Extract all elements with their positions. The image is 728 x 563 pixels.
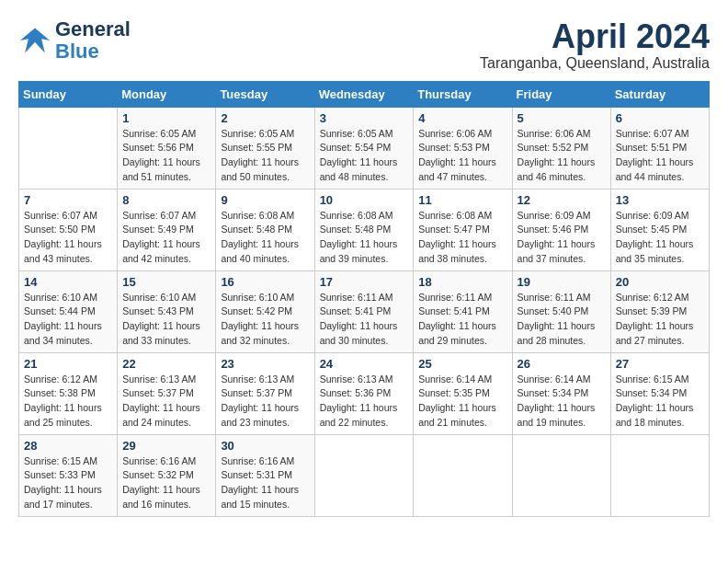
header-cell-saturday: Saturday [610,81,709,107]
calendar-header-row: SundayMondayTuesdayWednesdayThursdayFrid… [19,81,710,107]
day-info: Sunrise: 6:10 AM Sunset: 5:42 PM Dayligh… [221,291,309,349]
day-number: 16 [221,275,309,289]
day-info: Sunrise: 6:07 AM Sunset: 5:49 PM Dayligh… [122,209,210,267]
day-number: 20 [616,275,704,289]
day-info: Sunrise: 6:10 AM Sunset: 5:44 PM Dayligh… [24,291,112,349]
day-number: 10 [320,193,409,207]
day-info: Sunrise: 6:13 AM Sunset: 5:36 PM Dayligh… [320,373,409,431]
calendar-cell: 21Sunrise: 6:12 AM Sunset: 5:38 PM Dayli… [19,352,118,434]
day-info: Sunrise: 6:15 AM Sunset: 5:34 PM Dayligh… [616,373,704,431]
logo-blue: Blue [55,40,99,63]
day-info: Sunrise: 6:10 AM Sunset: 5:43 PM Dayligh… [122,291,210,349]
header: General Blue April 2024 Taranganba, Quee… [18,18,710,72]
calendar-cell: 22Sunrise: 6:13 AM Sunset: 5:37 PM Dayli… [118,352,216,434]
calendar-cell: 15Sunrise: 6:10 AM Sunset: 5:43 PM Dayli… [118,270,216,352]
day-number: 22 [122,357,210,371]
day-info: Sunrise: 6:12 AM Sunset: 5:39 PM Dayligh… [616,291,704,349]
day-info: Sunrise: 6:05 AM Sunset: 5:56 PM Dayligh… [122,127,210,185]
day-number: 11 [418,193,506,207]
day-number: 12 [518,193,606,207]
calendar-body: 1Sunrise: 6:05 AM Sunset: 5:56 PM Daylig… [19,107,710,516]
day-number: 29 [122,439,210,453]
calendar-cell: 29Sunrise: 6:16 AM Sunset: 5:32 PM Dayli… [118,434,216,516]
day-number: 14 [24,275,112,289]
calendar-week-5: 28Sunrise: 6:15 AM Sunset: 5:33 PM Dayli… [19,434,710,516]
calendar-cell: 7Sunrise: 6:07 AM Sunset: 5:50 PM Daylig… [19,189,118,270]
calendar-cell [314,434,414,516]
calendar-week-1: 1Sunrise: 6:05 AM Sunset: 5:56 PM Daylig… [19,107,710,189]
calendar-cell: 1Sunrise: 6:05 AM Sunset: 5:56 PM Daylig… [118,107,216,189]
day-info: Sunrise: 6:08 AM Sunset: 5:48 PM Dayligh… [320,209,409,267]
day-number: 1 [122,111,210,125]
header-cell-thursday: Thursday [414,81,512,107]
day-info: Sunrise: 6:11 AM Sunset: 5:41 PM Dayligh… [320,291,409,349]
day-number: 5 [518,111,606,125]
day-info: Sunrise: 6:11 AM Sunset: 5:40 PM Dayligh… [518,291,606,349]
day-number: 26 [518,357,606,371]
day-number: 9 [221,193,309,207]
day-number: 30 [221,439,309,453]
day-info: Sunrise: 6:14 AM Sunset: 5:34 PM Dayligh… [518,373,606,431]
day-info: Sunrise: 6:09 AM Sunset: 5:46 PM Dayligh… [518,209,606,267]
day-info: Sunrise: 6:05 AM Sunset: 5:55 PM Dayligh… [221,127,309,185]
day-info: Sunrise: 6:15 AM Sunset: 5:33 PM Dayligh… [24,454,112,512]
calendar-cell: 9Sunrise: 6:08 AM Sunset: 5:48 PM Daylig… [216,189,314,270]
calendar-cell: 18Sunrise: 6:11 AM Sunset: 5:41 PM Dayli… [414,270,512,352]
calendar-cell: 13Sunrise: 6:09 AM Sunset: 5:45 PM Dayli… [610,189,709,270]
day-info: Sunrise: 6:06 AM Sunset: 5:52 PM Dayligh… [518,127,606,185]
day-info: Sunrise: 6:07 AM Sunset: 5:50 PM Dayligh… [24,209,112,267]
calendar-cell: 12Sunrise: 6:09 AM Sunset: 5:46 PM Dayli… [512,189,610,270]
day-number: 18 [418,275,506,289]
day-number: 17 [320,275,409,289]
logo-bird-icon [18,24,51,57]
day-number: 15 [122,275,210,289]
day-info: Sunrise: 6:12 AM Sunset: 5:38 PM Dayligh… [24,373,112,431]
day-info: Sunrise: 6:16 AM Sunset: 5:32 PM Dayligh… [122,454,210,512]
calendar-cell: 16Sunrise: 6:10 AM Sunset: 5:42 PM Dayli… [216,270,314,352]
day-info: Sunrise: 6:16 AM Sunset: 5:31 PM Dayligh… [221,454,309,512]
calendar-cell [414,434,512,516]
calendar-cell: 26Sunrise: 6:14 AM Sunset: 5:34 PM Dayli… [512,352,610,434]
day-info: Sunrise: 6:08 AM Sunset: 5:47 PM Dayligh… [418,209,506,267]
calendar-cell: 30Sunrise: 6:16 AM Sunset: 5:31 PM Dayli… [216,434,314,516]
calendar-cell: 20Sunrise: 6:12 AM Sunset: 5:39 PM Dayli… [610,270,709,352]
calendar-cell: 2Sunrise: 6:05 AM Sunset: 5:55 PM Daylig… [216,107,314,189]
day-number: 8 [122,193,210,207]
calendar-cell: 5Sunrise: 6:06 AM Sunset: 5:52 PM Daylig… [512,107,610,189]
calendar-cell: 11Sunrise: 6:08 AM Sunset: 5:47 PM Dayli… [414,189,512,270]
day-info: Sunrise: 6:14 AM Sunset: 5:35 PM Dayligh… [418,373,506,431]
day-info: Sunrise: 6:09 AM Sunset: 5:45 PM Dayligh… [616,209,704,267]
day-info: Sunrise: 6:07 AM Sunset: 5:51 PM Dayligh… [616,127,704,185]
day-number: 27 [616,357,704,371]
calendar-cell [512,434,610,516]
calendar-cell: 8Sunrise: 6:07 AM Sunset: 5:49 PM Daylig… [118,189,216,270]
calendar-cell [19,107,118,189]
day-number: 4 [418,111,506,125]
header-cell-tuesday: Tuesday [216,81,314,107]
header-cell-sunday: Sunday [19,81,118,107]
calendar-cell: 6Sunrise: 6:07 AM Sunset: 5:51 PM Daylig… [610,107,709,189]
calendar-cell [610,434,709,516]
logo: General Blue [18,18,131,63]
day-number: 28 [24,439,112,453]
day-number: 2 [221,111,309,125]
day-number: 3 [320,111,409,125]
day-number: 19 [518,275,606,289]
calendar-cell: 4Sunrise: 6:06 AM Sunset: 5:53 PM Daylig… [414,107,512,189]
calendar-cell: 28Sunrise: 6:15 AM Sunset: 5:33 PM Dayli… [19,434,118,516]
day-number: 21 [24,357,112,371]
calendar-week-2: 7Sunrise: 6:07 AM Sunset: 5:50 PM Daylig… [19,189,710,270]
day-number: 6 [616,111,704,125]
calendar-cell: 19Sunrise: 6:11 AM Sunset: 5:40 PM Dayli… [512,270,610,352]
day-info: Sunrise: 6:05 AM Sunset: 5:54 PM Dayligh… [320,127,409,185]
calendar-cell: 17Sunrise: 6:11 AM Sunset: 5:41 PM Dayli… [314,270,414,352]
day-info: Sunrise: 6:13 AM Sunset: 5:37 PM Dayligh… [122,373,210,431]
day-info: Sunrise: 6:13 AM Sunset: 5:37 PM Dayligh… [221,373,309,431]
logo-text: General Blue [55,18,131,63]
day-number: 13 [616,193,704,207]
calendar-cell: 27Sunrise: 6:15 AM Sunset: 5:34 PM Dayli… [610,352,709,434]
calendar-subtitle: Taranganba, Queensland, Australia [480,55,710,72]
calendar-week-3: 14Sunrise: 6:10 AM Sunset: 5:44 PM Dayli… [19,270,710,352]
title-area: April 2024 Taranganba, Queensland, Austr… [480,18,710,72]
day-number: 23 [221,357,309,371]
